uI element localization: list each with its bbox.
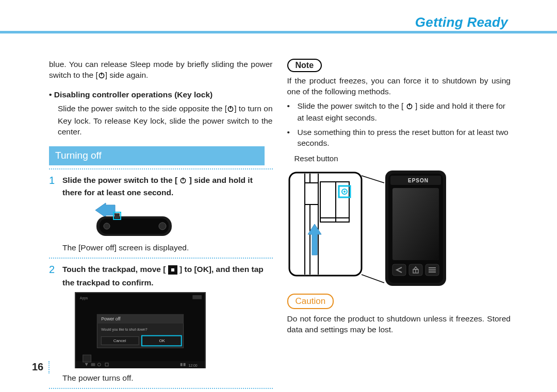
svg-rect-14 (171, 268, 174, 271)
keylock-heading: Disabling controller operations (Key loc… (49, 89, 273, 100)
step-1-result: The [Power off] screen is displayed. (62, 242, 273, 253)
step-2: 2 Touch the trackpad, move [ ] to [OK], … (49, 264, 273, 387)
clock: 12:00 (188, 364, 197, 367)
note-bullet-2: • Use something thin to press the reset … (287, 127, 511, 149)
dialog-title: Power off (101, 316, 121, 321)
dotted-rule (49, 258, 273, 259)
reset-device-figure: EPSON (287, 167, 511, 294)
manual-page: Getting Ready blue. You can release Slee… (0, 0, 557, 392)
svg-point-10 (159, 223, 166, 230)
svg-rect-50 (392, 264, 406, 276)
power-icon (179, 176, 187, 186)
svg-rect-27 (181, 363, 183, 366)
power-icon (406, 101, 413, 112)
power-icon (227, 104, 234, 115)
step-1-instruction: Slide the power switch to the [ ] side a… (62, 175, 273, 198)
intro-text-b: ] side again. (105, 71, 149, 79)
section-title: Getting Ready (415, 14, 508, 30)
step-1: 1 Slide the power switch to the [ ] side… (49, 175, 273, 256)
svg-line-43 (362, 176, 384, 183)
header-rule (0, 31, 557, 33)
svg-rect-16 (192, 295, 202, 299)
svg-rect-22 (83, 355, 91, 362)
step-2-instruction: Touch the trackpad, move [ ] to [OK], an… (62, 264, 273, 288)
dialog-message: Would you like to shut down? (101, 328, 147, 332)
caution-pill: Caution (287, 294, 334, 309)
svg-point-9 (104, 223, 110, 229)
svg-line-44 (362, 275, 384, 283)
caution-body: Do not force the product to shutdown unl… (287, 313, 511, 335)
brand-label: EPSON (408, 178, 429, 183)
note-pill: Note (287, 59, 322, 72)
turning-off-heading: Turning off (49, 146, 265, 165)
dotted-rule (49, 388, 273, 389)
note-bullets: • Slide the power switch to the [ ] side… (287, 100, 511, 149)
poweroff-screenshot: Apps Power off Would you like to shut do… (75, 292, 206, 368)
content-columns: blue. You can release Sleep mode by brie… (0, 34, 557, 392)
step-number: 2 (49, 264, 57, 387)
dotted-rule (49, 168, 273, 169)
svg-point-41 (343, 191, 346, 193)
right-column: Note If the product freezes, you can for… (287, 59, 511, 392)
svg-rect-12 (114, 213, 120, 218)
left-column: blue. You can release Sleep mode by brie… (49, 59, 273, 392)
note-bullet-1: • Slide the power switch to the [ ] side… (287, 100, 511, 124)
svg-rect-28 (184, 363, 186, 366)
reset-button-label: Reset button (294, 154, 511, 164)
cancel-button: Cancel (113, 339, 126, 344)
page-number: 16 (32, 361, 50, 373)
step-number: 1 (49, 175, 57, 256)
device-top-figure (75, 201, 273, 238)
page-header: Getting Ready (0, 0, 557, 34)
apps-label: Apps (80, 296, 88, 300)
intro-text-a: blue. You can release Sleep mode by brie… (49, 60, 273, 79)
step-2-result: The power turns off. (62, 372, 273, 383)
intro-paragraph: blue. You can release Sleep mode by brie… (49, 59, 273, 82)
svg-rect-36 (320, 182, 349, 222)
keylock-body: Slide the power switch to the side oppos… (49, 103, 273, 137)
svg-rect-49 (392, 188, 439, 260)
svg-marker-6 (95, 203, 115, 217)
cursor-icon (168, 265, 177, 277)
svg-rect-35 (305, 183, 318, 204)
svg-rect-24 (91, 363, 95, 366)
power-icon (98, 71, 105, 81)
note-intro: If the product freezes, you can force it… (287, 75, 511, 97)
ok-button: OK (159, 339, 165, 344)
